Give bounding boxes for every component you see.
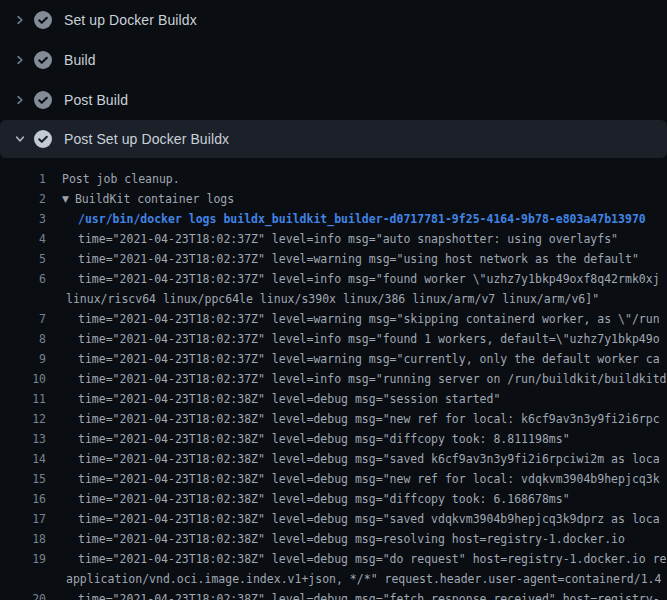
log-line-number [0,289,46,309]
log-line: 13time="2021-04-23T18:02:38Z" level=debu… [0,429,667,449]
log-line-number[interactable]: 16 [0,489,46,509]
log-line-number[interactable]: 4 [0,229,46,249]
log-line-number[interactable]: 10 [0,369,46,389]
log-text: time="2021-04-23T18:02:38Z" level=debug … [78,549,667,569]
log-line: 8time="2021-04-23T18:02:37Z" level=info … [0,329,667,349]
step-row-set-up-docker-buildx[interactable]: Set up Docker Buildx [0,0,667,40]
log-line: 12time="2021-04-23T18:02:38Z" level=debu… [0,409,667,429]
log-text: time="2021-04-23T18:02:38Z" level=debug … [78,429,570,449]
check-circle-icon [34,51,52,69]
log-text: time="2021-04-23T18:02:38Z" level=debug … [78,509,660,529]
log-text: time="2021-04-23T18:02:37Z" level=info m… [78,229,618,249]
log-line-number[interactable]: 14 [0,449,46,469]
check-circle-icon [34,11,52,29]
chevron-right-icon [14,14,26,26]
log-line-number[interactable]: 3 [0,209,46,229]
check-circle-icon [34,130,52,148]
log-line: 9time="2021-04-23T18:02:37Z" level=warni… [0,349,667,369]
log-line-number[interactable]: 19 [0,549,46,569]
log-line-number[interactable]: 12 [0,409,46,429]
log-line: 17time="2021-04-23T18:02:38Z" level=debu… [0,509,667,529]
chevron-right-icon [14,94,26,106]
log-line: 11time="2021-04-23T18:02:38Z" level=debu… [0,389,667,409]
log-line-number[interactable]: 9 [0,349,46,369]
log-line: 20time="2021-04-23T18:02:38Z" level=debu… [0,589,667,600]
step-label: Set up Docker Buildx [64,12,197,28]
log-line: linux/riscv64 linux/ppc64le linux/s390x … [0,289,667,309]
log-line-number[interactable]: 5 [0,249,46,269]
step-label: Post Set up Docker Buildx [64,131,229,147]
log-text: time="2021-04-23T18:02:38Z" level=debug … [78,409,660,429]
log-line-number [0,569,46,589]
log-text: application/vnd.oci.image.index.v1+json,… [66,569,661,589]
log-line-number[interactable]: 6 [0,269,46,289]
log-line-number[interactable]: 18 [0,529,46,549]
step-row-build[interactable]: Build [0,40,667,80]
log-line-number[interactable]: 7 [0,309,46,329]
log-line-number[interactable]: 2 [0,189,46,209]
log-line: 10time="2021-04-23T18:02:37Z" level=info… [0,369,667,389]
chevron-right-icon [14,54,26,66]
log-line: 7time="2021-04-23T18:02:37Z" level=warni… [0,309,667,329]
log-text: time="2021-04-23T18:02:37Z" level=warnin… [78,309,660,329]
log-line: 19time="2021-04-23T18:02:38Z" level=debu… [0,549,667,569]
log-line: 18time="2021-04-23T18:02:38Z" level=debu… [0,529,667,549]
log-text: time="2021-04-23T18:02:37Z" level=info m… [78,369,667,389]
log-text: time="2021-04-23T18:02:37Z" level=warnin… [78,349,660,369]
log-text: time="2021-04-23T18:02:37Z" level=info m… [78,329,660,349]
log-line: 6time="2021-04-23T18:02:37Z" level=info … [0,269,667,289]
check-circle-icon [34,91,52,109]
log-line: 14time="2021-04-23T18:02:38Z" level=debu… [0,449,667,469]
log-text: time="2021-04-23T18:02:37Z" level=info m… [78,269,660,289]
log-output: 1Post job cleanup.2▼BuildKit container l… [0,158,667,600]
step-label: Post Build [64,92,128,108]
step-row-post-build[interactable]: Post Build [0,80,667,120]
log-line-number[interactable]: 1 [0,169,46,189]
log-line: application/vnd.oci.image.index.v1+json,… [0,569,667,589]
group-toggle-icon[interactable]: ▼ [62,189,69,209]
log-line: 4time="2021-04-23T18:02:37Z" level=info … [0,229,667,249]
log-text: linux/riscv64 linux/ppc64le linux/s390x … [66,289,599,309]
log-text: time="2021-04-23T18:02:38Z" level=debug … [78,469,660,489]
log-line: 15time="2021-04-23T18:02:38Z" level=debu… [0,469,667,489]
log-text: Post job cleanup. [62,169,180,189]
log-command-text: /usr/bin/docker logs buildx_buildkit_bui… [78,209,646,229]
log-text: ▼BuildKit container logs [62,189,234,209]
log-line-number[interactable]: 17 [0,509,46,529]
log-line: 16time="2021-04-23T18:02:38Z" level=debu… [0,489,667,509]
log-text: time="2021-04-23T18:02:38Z" level=debug … [78,389,500,409]
log-line-number[interactable]: 20 [0,589,46,600]
workflow-log-panel: Set up Docker Buildx Build Post Build [0,0,667,600]
log-line-number[interactable]: 13 [0,429,46,449]
step-list: Set up Docker Buildx Build Post Build [0,0,667,158]
step-row-post-set-up-docker-buildx[interactable]: Post Set up Docker Buildx [0,120,667,158]
log-line: 2▼BuildKit container logs [0,189,667,209]
log-text: time="2021-04-23T18:02:38Z" level=debug … [78,589,660,600]
log-line: 1Post job cleanup. [0,169,667,189]
log-line: 5time="2021-04-23T18:02:37Z" level=warni… [0,249,667,269]
chevron-down-icon [14,133,26,145]
step-label: Build [64,52,96,68]
log-line-number[interactable]: 8 [0,329,46,349]
log-line: 3/usr/bin/docker logs buildx_buildkit_bu… [0,209,667,229]
log-text: time="2021-04-23T18:02:38Z" level=debug … [78,449,660,469]
log-line-number[interactable]: 15 [0,469,46,489]
log-text: time="2021-04-23T18:02:38Z" level=debug … [78,529,625,549]
log-line-number[interactable]: 11 [0,389,46,409]
log-text: time="2021-04-23T18:02:38Z" level=debug … [78,489,570,509]
log-text: time="2021-04-23T18:02:37Z" level=warnin… [78,249,639,269]
